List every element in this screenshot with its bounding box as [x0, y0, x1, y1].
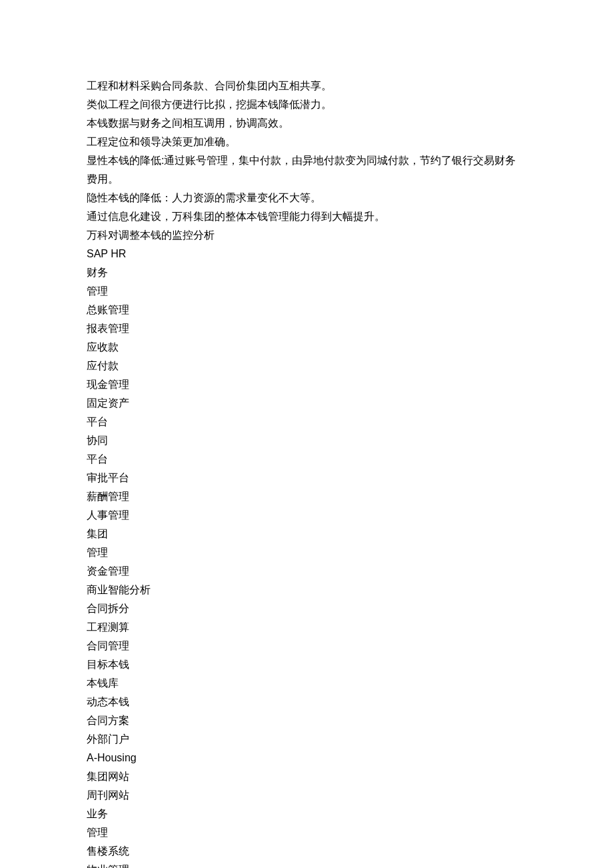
text-line: 周刊网站 — [87, 786, 526, 805]
text-line: 工程和材料采购合同条款、合同价集团内互相共享。 — [87, 77, 526, 95]
text-line: 平台 — [87, 450, 526, 469]
text-line: 售楼系统 — [87, 842, 526, 861]
text-line: 平台 — [87, 413, 526, 431]
text-line: 本钱库 — [87, 674, 526, 693]
text-line: 显性本钱的降低:通过账号管理，集中付款，由异地付款变为同城付款，节约了银行交易财… — [87, 151, 526, 189]
text-line: 应收款 — [87, 338, 526, 357]
text-line: 工程定位和领导决策更加准确。 — [87, 133, 526, 151]
text-line: 固定资产 — [87, 394, 526, 413]
text-line: 财务 — [87, 263, 526, 282]
text-line: 合同拆分 — [87, 599, 526, 618]
text-line: 外部门户 — [87, 730, 526, 749]
text-line: 薪酬管理 — [87, 487, 526, 506]
text-line: 报表管理 — [87, 319, 526, 338]
text-line: 商业智能分析 — [87, 581, 526, 599]
text-line: 工程测算 — [87, 618, 526, 637]
text-line: SAP HR — [87, 245, 526, 263]
text-line: 人事管理 — [87, 506, 526, 525]
text-line: 管理 — [87, 543, 526, 562]
text-line: 管理 — [87, 282, 526, 301]
text-line: 总账管理 — [87, 301, 526, 319]
text-line: 隐性本钱的降低：人力资源的需求量变化不大等。 — [87, 189, 526, 207]
text-line: 动态本钱 — [87, 693, 526, 711]
text-line: 管理 — [87, 823, 526, 842]
text-line: 通过信息化建设，万科集团的整体本钱管理能力得到大幅提升。 — [87, 207, 526, 226]
text-line: 万科对调整本钱的监控分析 — [87, 226, 526, 245]
text-line: 业务 — [87, 805, 526, 823]
text-line: 集团网站 — [87, 767, 526, 786]
text-line: 合同方案 — [87, 711, 526, 730]
text-line: A-Housing — [87, 749, 526, 767]
text-line: 目标本钱 — [87, 655, 526, 674]
text-line: 协同 — [87, 431, 526, 450]
text-line: 资金管理 — [87, 562, 526, 581]
text-line: 应付款 — [87, 357, 526, 375]
text-line: 本钱数据与财务之间相互调用，协调高效。 — [87, 114, 526, 133]
text-line: 集团 — [87, 525, 526, 543]
text-line: 物业管理 — [87, 861, 526, 868]
text-line: 类似工程之间很方便进行比拟，挖掘本钱降低潜力。 — [87, 95, 526, 114]
document-content: 工程和材料采购合同条款、合同价集团内互相共享。 类似工程之间很方便进行比拟，挖掘… — [87, 77, 526, 868]
text-line: 现金管理 — [87, 375, 526, 394]
text-line: 合同管理 — [87, 637, 526, 655]
text-line: 审批平台 — [87, 469, 526, 487]
